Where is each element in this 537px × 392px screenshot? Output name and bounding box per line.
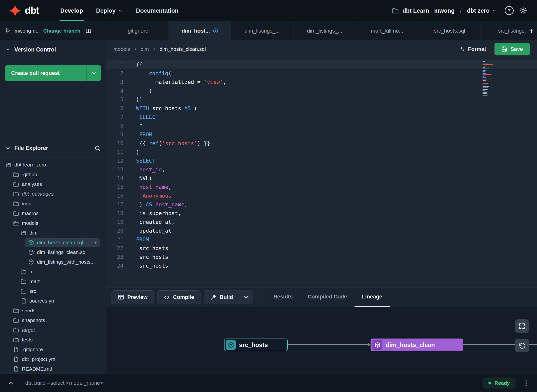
code-line[interactable]: 24 src_hosts: [106, 261, 537, 270]
tree-item-dbt-project-yml[interactable]: dbt_project.yml: [0, 354, 106, 364]
new-tab-button[interactable]: [526, 21, 537, 40]
tree-item-mart[interactable]: mart: [0, 277, 106, 286]
tree-item-seeds[interactable]: seeds: [0, 306, 106, 315]
code-line[interactable]: 17 ) AS host_name,: [106, 200, 537, 209]
help-button[interactable]: ?: [505, 6, 514, 15]
tree-item-sources-yml[interactable]: sources.yml: [0, 296, 106, 306]
settings-gear-icon[interactable]: [519, 7, 527, 15]
file-tab-dim-listings[interactable]: dim_listings_...: [294, 21, 356, 40]
tree-item-src[interactable]: src: [0, 286, 106, 296]
nav-item-label: Documentation: [136, 7, 179, 14]
create-pull-request-button[interactable]: Create pull request: [5, 65, 101, 81]
search-icon[interactable]: [94, 145, 101, 151]
panel-tab-results[interactable]: Results: [266, 287, 300, 307]
code-line[interactable]: 21FROM: [106, 235, 537, 244]
code-line[interactable]: 9 FROM: [106, 130, 537, 139]
fullscreen-button[interactable]: [515, 319, 529, 333]
panel-tab-lineage[interactable]: Lineage: [355, 287, 390, 307]
tree-item-dim-listings-clean-sql[interactable]: dim_listings_clean.sql: [0, 247, 106, 257]
code-line[interactable]: 3 materialized = 'view',: [106, 78, 537, 87]
folder-icon: [13, 307, 19, 314]
docs-book-icon[interactable]: [85, 28, 92, 34]
tree-item-readme-md[interactable]: README.md: [0, 364, 106, 374]
cli-command[interactable]: dbt build --select <model_name>: [25, 380, 103, 386]
minimap-line: [483, 76, 484, 77]
code-line[interactable]: 11): [106, 148, 537, 157]
tree-item-dim-listings-with-hosts[interactable]: dim_listings_with_hosts...: [0, 257, 106, 267]
code-line[interactable]: 2 config(: [106, 69, 537, 78]
tree-item-label: .github: [22, 172, 37, 177]
line-number: 9: [106, 130, 123, 139]
code-line[interactable]: 23 src_hosts: [106, 253, 537, 261]
code-editor[interactable]: 1{{2 config(3 materialized = 'view',4 )5…: [106, 58, 537, 287]
code-line[interactable]: 5}}: [106, 95, 537, 104]
chevron-up-icon[interactable]: [7, 380, 14, 386]
file-explorer-header[interactable]: File Explorer: [0, 139, 106, 157]
kebab-menu-icon[interactable]: [522, 379, 530, 387]
preview-button[interactable]: Preview: [112, 290, 154, 304]
code-line[interactable]: 16 'Anonymous': [106, 192, 537, 200]
code-line[interactable]: 4 ): [106, 87, 537, 95]
tree-item-dim[interactable]: dim: [0, 228, 106, 238]
tree-item-dbt-learn-zero[interactable]: dbt-learn-zero: [0, 160, 106, 170]
create-pull-request-caret[interactable]: [87, 65, 101, 81]
environment-selector[interactable]: dbt zero: [467, 7, 497, 14]
tree-item-target[interactable]: target: [0, 325, 106, 335]
file-tab-src-listings[interactable]: src_listings.: [481, 21, 526, 40]
lineage-node-dim-hosts-clean[interactable]: dim_hosts_clean: [371, 339, 463, 351]
code-icon: [164, 294, 170, 300]
tree-item-snapshots[interactable]: snapshots: [0, 315, 106, 325]
status-label: Ready: [494, 380, 510, 386]
code-line[interactable]: 20 updated_at: [106, 226, 537, 235]
tree-item-models[interactable]: models: [0, 218, 106, 228]
refresh-lineage-button[interactable]: [515, 339, 529, 352]
file-tab-mart-fullmo[interactable]: mart_fullmo...: [356, 21, 418, 40]
panel-tab-compiled-code[interactable]: Compiled Code: [300, 287, 354, 307]
file-tab-gitignore[interactable]: .gitignore: [106, 21, 169, 40]
code-line[interactable]: 13 host_id,: [106, 165, 537, 174]
build-dropdown-button[interactable]: [239, 290, 253, 304]
tree-item-github[interactable]: .github: [0, 170, 106, 179]
help-question-mark: ?: [508, 8, 511, 14]
tree-item-logs[interactable]: logs: [0, 199, 106, 209]
file-tab-src-hosts-sql[interactable]: src_hosts.sql: [418, 21, 481, 40]
code-line[interactable]: 22 src_hosts: [106, 244, 537, 253]
file-tab-dim-listings[interactable]: dim_listings_...: [231, 21, 294, 40]
minimap[interactable]: [483, 61, 495, 96]
code-line[interactable]: 6WITH src_hosts AS (: [106, 104, 537, 113]
tree-item-dim-hosts-clean-sql[interactable]: dim_hosts_clean.sql•: [0, 238, 106, 247]
project-selector[interactable]: dbt Learn - mwong: [392, 7, 455, 14]
file-tab-dim-host[interactable]: dim_host...: [169, 21, 231, 40]
code-line[interactable]: 15 host_name,: [106, 183, 537, 192]
code-line[interactable]: 7 SELECT: [106, 113, 537, 122]
code-line[interactable]: 12SELECT: [106, 157, 537, 165]
code-line[interactable]: 1{{: [106, 60, 537, 69]
change-branch-link[interactable]: Change branch: [43, 28, 80, 34]
tree-item-inner: tests: [10, 335, 35, 344]
code-line[interactable]: 19 created_at,: [106, 218, 537, 226]
tree-item-gitignore[interactable]: .gitignore: [0, 345, 106, 354]
tree-item-inner: models: [10, 219, 41, 228]
build-button[interactable]: Build: [204, 290, 239, 304]
tree-item-fct[interactable]: fct: [0, 267, 106, 277]
file-icon: [20, 298, 27, 304]
format-button[interactable]: Format: [459, 46, 486, 52]
code-line[interactable]: 10 {{ ref('src_hosts') }}: [106, 139, 537, 148]
code-line[interactable]: 18 is_superhost,: [106, 209, 537, 218]
code-text: ): [123, 87, 152, 95]
tree-item-dbt-packages[interactable]: dbt_packages: [0, 189, 106, 199]
version-control-header[interactable]: Version Control: [0, 40, 106, 59]
lineage-node-src-hosts[interactable]: src_hosts: [224, 339, 288, 351]
line-number: 23: [106, 253, 123, 261]
tree-item-analyses[interactable]: analyses: [0, 179, 106, 189]
tree-item-macros[interactable]: macros: [0, 209, 106, 218]
dbt-logo[interactable]: dbt: [9, 4, 39, 17]
tree-item-tests[interactable]: tests: [0, 335, 106, 345]
code-line[interactable]: 8 *: [106, 122, 537, 130]
nav-item-documentation[interactable]: Documentation: [130, 0, 185, 21]
compile-button[interactable]: Compile: [157, 290, 200, 304]
save-button[interactable]: Save: [494, 43, 530, 55]
nav-item-develop[interactable]: Develop: [54, 0, 89, 21]
nav-item-deploy[interactable]: Deploy: [90, 0, 130, 21]
code-line[interactable]: 14 NVL(: [106, 174, 537, 183]
